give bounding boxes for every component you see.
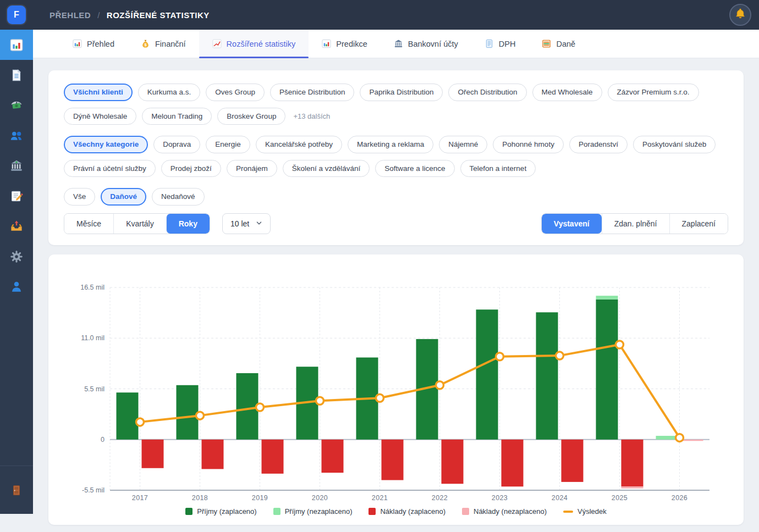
x-axis-label: 2018 — [192, 494, 208, 502]
sidebar-item-export[interactable] — [0, 211, 33, 241]
sidebar-spacer — [0, 302, 33, 465]
cost-bar — [681, 440, 703, 441]
statistics-chart: 16.5 mil11.0 mil5.5 mil0-5.5 mil20172018… — [48, 258, 744, 504]
notifications-button[interactable] — [729, 4, 751, 26]
category-filter-chip[interactable]: Poskytování služeb — [633, 136, 716, 153]
more-items-link[interactable]: +13 dalších — [291, 112, 332, 120]
tax-filter-chip[interactable]: Nedaňové — [152, 188, 205, 206]
x-axis-label: 2019 — [252, 494, 268, 502]
tab-label: Přehled — [87, 40, 114, 48]
bank-dollar-icon — [10, 159, 23, 173]
sidebar-item-profile[interactable] — [0, 271, 33, 302]
legend-item[interactable]: Příjmy (zaplaceno) — [185, 507, 256, 516]
sidebar-item-expenses[interactable] — [0, 90, 33, 120]
category-filter-chip[interactable]: Software a licence — [375, 160, 454, 178]
money-wings-icon — [10, 99, 23, 112]
category-filter-chip[interactable]: Nájemné — [439, 136, 487, 153]
result-point — [556, 352, 564, 359]
income-bar — [596, 300, 618, 440]
client-filter-chip[interactable]: Všichni klienti — [64, 84, 133, 101]
app-logo-letter: F — [14, 10, 19, 20]
category-filter-chip[interactable]: Všechny kategorie — [64, 136, 148, 153]
legend-label: Náklady (zaplaceno) — [380, 507, 446, 516]
sidebar-item-documents[interactable] — [0, 60, 33, 90]
legend-swatch — [185, 508, 193, 515]
income-bar — [177, 385, 199, 440]
mode-segmented-control: VystaveníZdan. plněníZaplacení — [541, 213, 728, 234]
category-filter-chip[interactable]: Kancelářské potřeby — [256, 136, 342, 153]
client-filter-chip[interactable]: Zázvor Premium s.r.o. — [608, 84, 699, 101]
sidebar-item-settings[interactable] — [0, 241, 33, 271]
tab-prehled[interactable]: Přehled — [59, 30, 128, 58]
tab-rozsirene-statistiky[interactable]: Rozšířené statistiky — [199, 30, 309, 58]
legend-label: Příjmy (zaplaceno) — [197, 507, 256, 516]
chart-grid — [110, 287, 710, 490]
client-filter-chip[interactable]: Oves Group — [206, 84, 265, 101]
range-select[interactable]: 10 let — [222, 213, 271, 234]
income-bar — [536, 312, 558, 439]
legend-item[interactable]: Výsledek — [563, 507, 607, 516]
sidebar-item-statistics[interactable] — [0, 30, 33, 60]
tax-filter-chip[interactable]: Vše — [64, 188, 95, 206]
category-filter-chip[interactable]: Právní a účetní služby — [64, 160, 156, 178]
tab-bankovni-ucty[interactable]: Bankovní účty — [381, 30, 471, 58]
breadcrumb-parent[interactable]: PŘEHLED — [50, 10, 91, 20]
client-filter-chip[interactable]: Med Wholesale — [532, 84, 602, 101]
sidebar-item-contacts[interactable] — [0, 120, 33, 151]
cost-bar — [322, 440, 344, 473]
category-filter-chip[interactable]: Školení a vzdělávání — [283, 160, 370, 178]
tab-financni[interactable]: $Finanční — [128, 30, 199, 58]
money-bag-icon: $ — [141, 39, 150, 48]
tax-table-icon — [542, 39, 551, 48]
legend-swatch — [462, 508, 469, 515]
tax-filter-chip[interactable]: Daňové — [101, 188, 146, 206]
app-logo[interactable]: F — [7, 5, 26, 24]
tax-filter-row: VšeDaňovéNedaňové — [64, 188, 728, 206]
legend-item[interactable]: Příjmy (nezaplaceno) — [273, 507, 353, 516]
category-filter-chip[interactable]: Poradenství — [569, 136, 628, 153]
client-filter-chip[interactable]: Broskev Group — [217, 108, 285, 125]
tab-dane[interactable]: Daně — [529, 30, 588, 58]
category-filter-chip[interactable]: Pronájem — [227, 160, 277, 178]
category-filter-chip[interactable]: Prodej zboží — [161, 160, 221, 178]
bar-chart-icon — [10, 38, 23, 52]
category-filter-chip[interactable]: Marketing a reklama — [348, 136, 433, 153]
legend-item[interactable]: Náklady (zaplaceno) — [369, 507, 446, 516]
income-bar — [656, 436, 678, 440]
category-filter-chip[interactable]: Telefon a internet — [460, 160, 536, 178]
client-filter-chip[interactable]: Ořech Distribution — [448, 84, 526, 101]
x-axis-label: 2017 — [132, 494, 148, 502]
bar-chart-icon — [73, 39, 82, 48]
sidebar-item-logout[interactable] — [0, 465, 33, 514]
period-button[interactable]: Kvartály — [113, 214, 166, 234]
category-filter-chip[interactable]: Energie — [206, 136, 250, 153]
bar-chart-icon — [322, 39, 331, 48]
y-axis-label: 0 — [101, 436, 105, 444]
tab-bar: Přehled$FinančníRozšířené statistikyPred… — [33, 30, 759, 58]
legend-swatch — [369, 508, 376, 515]
client-filter-chip[interactable]: Kurkuma a.s. — [138, 84, 201, 101]
client-filter-chip[interactable]: Pšenice Distribution — [270, 84, 354, 101]
tab-predikce[interactable]: Predikce — [309, 30, 380, 58]
period-button[interactable]: Měsíce — [64, 214, 113, 234]
mode-button[interactable]: Zaplacení — [669, 214, 728, 234]
mode-button[interactable]: Zdan. plnění — [602, 214, 669, 234]
period-button[interactable]: Roky — [166, 214, 210, 234]
x-axis-label: 2021 — [372, 494, 388, 502]
sidebar-item-notes[interactable] — [0, 181, 33, 211]
cost-bar — [562, 440, 584, 482]
client-filter-chip[interactable]: Meloun Trading — [142, 108, 212, 125]
x-axis-label: 2022 — [432, 494, 448, 502]
y-axis-label: 16.5 mil — [80, 284, 105, 291]
client-filter-chip[interactable]: Dýně Wholesale — [64, 108, 136, 125]
people-icon — [10, 129, 23, 142]
y-axis-label: 5.5 mil — [84, 385, 105, 393]
tab-dph[interactable]: DPH — [471, 30, 529, 58]
category-filter-chip[interactable]: Doprava — [153, 136, 200, 153]
legend-item[interactable]: Náklady (nezaplaceno) — [462, 507, 547, 516]
category-filter-chip[interactable]: Pohonné hmoty — [493, 136, 564, 153]
sidebar-item-bank[interactable] — [0, 151, 33, 181]
category-filter-row: Všechny kategorieDopravaEnergieKancelářs… — [64, 136, 728, 177]
client-filter-chip[interactable]: Paprika Distribution — [360, 84, 443, 101]
mode-button[interactable]: Vystavení — [542, 214, 602, 234]
